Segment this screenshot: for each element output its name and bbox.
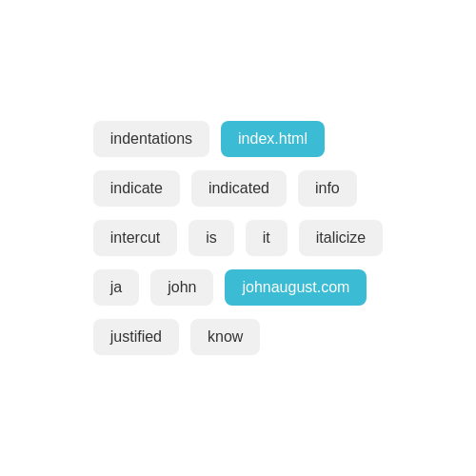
tag-info[interactable]: info — [298, 170, 357, 207]
tag-indentations[interactable]: indentations — [93, 121, 209, 157]
tag-indicate[interactable]: indicate — [93, 170, 180, 207]
tag-italicize[interactable]: italicize — [299, 220, 383, 256]
tag-johnaugust-com[interactable]: johnaugust.com — [225, 269, 367, 306]
tag-john[interactable]: john — [150, 269, 213, 306]
row-4: justifiedknow — [93, 319, 384, 355]
tag-container: indentationsindex.htmlindicateindicatedi… — [74, 102, 403, 374]
tag-index-html[interactable]: index.html — [221, 121, 325, 157]
tag-ja[interactable]: ja — [93, 269, 139, 306]
tag-justified[interactable]: justified — [93, 319, 179, 355]
tag-indicated[interactable]: indicated — [191, 170, 287, 207]
tag-know[interactable]: know — [190, 319, 260, 355]
row-2: intercutisititalicize — [93, 220, 384, 256]
row-0: indentationsindex.html — [93, 121, 384, 157]
tag-is[interactable]: is — [188, 220, 234, 256]
tag-intercut[interactable]: intercut — [93, 220, 177, 256]
row-1: indicateindicatedinfo — [93, 170, 384, 207]
tag-it[interactable]: it — [246, 220, 288, 256]
row-3: jajohnjohnaugust.com — [93, 269, 384, 306]
